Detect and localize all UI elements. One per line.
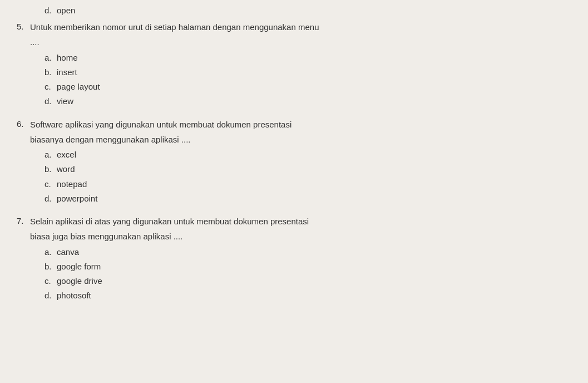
option-item: a. home [45,51,571,64]
option-letter: c. [45,274,52,287]
question-5-text: Untuk memberikan nomor urut di setiap ha… [30,21,319,33]
option-item: d. photosoft [45,289,571,302]
option-item: a. canva [45,245,571,258]
option-item: b. word [45,163,571,175]
option-letter: b. [45,66,52,78]
question-7: 7. Selain aplikasi di atas yang digunaka… [17,215,571,302]
option-text: home [57,51,78,64]
question-7-number: 7. [17,215,27,228]
option-text: view [57,95,73,107]
question-5-options: a. home b. insert c. page layout d. view [45,51,571,108]
option-letter: a. [45,51,52,64]
option-letter: a. [45,148,52,161]
question-5-continuation: .... [30,36,571,48]
option-text: canva [57,245,79,258]
option-text: google drive [57,274,102,287]
option-text: insert [57,66,77,78]
question-6-continuation: biasanya dengan menggunakan aplikasi ...… [30,133,571,146]
question-7-options: a. canva b. google form c. google drive … [45,245,571,302]
option-letter: d. [45,192,52,205]
option-text: photosoft [57,289,91,302]
option-text: google form [57,260,101,273]
option-item: b. google form [45,260,571,273]
option-item: d. view [45,95,571,107]
prev-option-d: d. open [45,6,571,15]
question-6-text: Software aplikasi yang digunakan untuk m… [30,118,291,131]
option-letter: d. [45,95,52,107]
option-letter: c. [45,80,52,93]
option-text: notepad [57,178,87,190]
question-7-text: Selain aplikasi di atas yang digunakan u… [30,215,309,228]
question-5-number: 5. [17,21,27,33]
question-6-options: a. excel b. word c. notepad d. powerpoin… [45,148,571,205]
option-text: word [57,163,75,175]
option-item: a. excel [45,148,571,161]
question-5-header: 5. Untuk memberikan nomor urut di setiap… [17,21,571,33]
option-letter: a. [45,245,52,258]
option-item: c. google drive [45,274,571,287]
option-text: powerpoint [57,192,97,205]
option-letter: b. [45,260,52,273]
question-7-continuation: biasa juga bias menggunakan aplikasi ...… [30,230,571,243]
option-text: excel [57,148,76,161]
option-item: b. insert [45,66,571,78]
option-letter: d. [45,6,52,15]
question-6-header: 6. Software aplikasi yang digunakan untu… [17,118,571,131]
option-item: d. powerpoint [45,192,571,205]
option-letter: c. [45,178,52,190]
option-letter: d. [45,289,52,302]
question-6: 6. Software aplikasi yang digunakan untu… [17,118,571,205]
option-item: c. page layout [45,80,571,93]
option-text: page layout [57,80,100,93]
option-text: open [57,6,75,15]
question-5: 5. Untuk memberikan nomor urut di setiap… [17,21,571,108]
question-7-header: 7. Selain aplikasi di atas yang digunaka… [17,215,571,228]
question-6-number: 6. [17,118,27,131]
option-item: c. notepad [45,178,571,190]
option-letter: b. [45,163,52,175]
